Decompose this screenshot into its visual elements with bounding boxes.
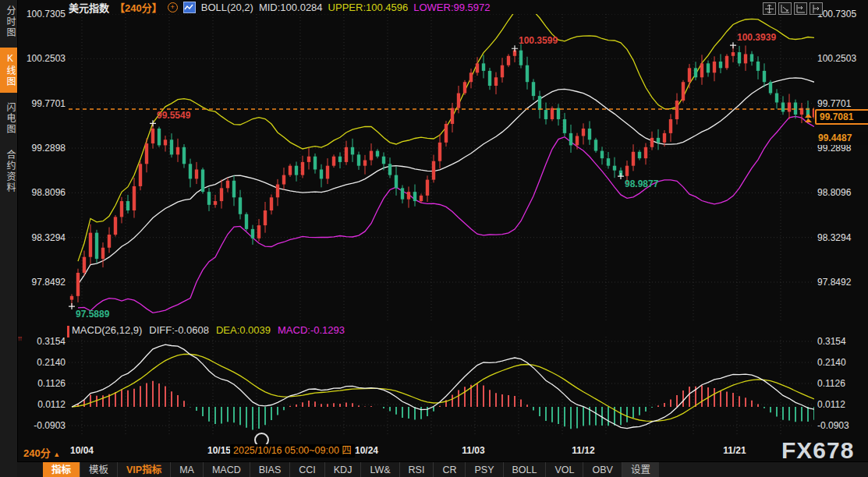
toolbar-item-2[interactable]: VIP指标 [117, 462, 170, 477]
price-chart-svg[interactable] [69, 14, 814, 321]
extreme-label-3: 98.9877 [625, 178, 658, 189]
macd-title: MACD(26,12,9) [72, 324, 142, 336]
price-tick-right-4: 98.8096 [817, 187, 851, 198]
macd-macd-value: MACD:-0.1293 [278, 324, 345, 336]
toolbar-item-1[interactable]: 模板 [80, 462, 117, 477]
boll-mid-value: MID:100.0284 [259, 2, 323, 13]
price-tick-right-1: 100.2503 [817, 53, 856, 64]
toolbar-item-3[interactable]: MA [170, 462, 203, 477]
time-axis-row[interactable]: 240分 ▲ 10/0410/1510/2411/0311/1211/21 [0, 440, 868, 461]
chart-header: 美元指数 【240分】 + BOLL(20,2) MID:100.0284 UP… [69, 2, 491, 13]
extreme-label-4: 100.3939 [737, 32, 776, 43]
toolbar-item-5[interactable]: BIAS [250, 462, 290, 477]
macd-tick-right-4: -0.0903 [817, 420, 849, 431]
macd-tick-right-3: 0.0112 [817, 399, 845, 410]
sidebar-item-2[interactable]: K线图 [0, 48, 17, 93]
macd-tick-right-0: 0.3154 [817, 336, 846, 347]
fx678-watermark: FX678 [781, 437, 854, 464]
kline-chart-icon [183, 2, 196, 13]
price-tick-right-5: 98.3294 [817, 232, 851, 243]
period-up-icon: ▲ [53, 450, 60, 458]
goto-latest-icon[interactable] [810, 2, 823, 15]
toolbar-item-8[interactable]: LW& [360, 462, 399, 477]
sidebar-item-3[interactable]: 闪电图 [0, 97, 17, 140]
symbol-title: 美元指数 [69, 0, 109, 15]
period-label: 【240分】 [115, 0, 162, 15]
macd-tick-left-0: 0.3154 [19, 336, 66, 347]
macd-tick-left-1: 0.2140 [19, 357, 66, 368]
macd-tick-left-3: 0.0112 [19, 399, 66, 410]
price-tick-left-1: 100.2503 [19, 53, 66, 64]
toolbar-item-0[interactable]: 指标 [43, 462, 80, 477]
toolbar-item-12[interactable]: BOLL [503, 462, 546, 477]
sidebar-item-4[interactable]: 合约资料 [0, 144, 17, 199]
toolbar-item-10[interactable]: CR [433, 462, 465, 477]
price-tick-right-6: 97.8492 [817, 277, 851, 288]
toolbar-item-7[interactable]: KDJ [324, 462, 361, 477]
extreme-label-0: 97.5889 [76, 309, 109, 320]
price-tick-right-0: 100.7305 [817, 9, 856, 19]
toolbar-item-6[interactable]: CCI [289, 462, 324, 477]
price-tick-left-3: 99.2898 [19, 143, 66, 154]
toolbar-item-15[interactable]: 设置 [622, 462, 659, 477]
toolbar-item-13[interactable]: VOL [545, 462, 583, 477]
period-indicator[interactable]: 240分 ▲ [23, 445, 60, 460]
extreme-label-1: 99.5549 [157, 110, 190, 121]
zoom-axes-icon[interactable] [778, 2, 792, 15]
macd-tick-right-1: 0.2140 [817, 357, 846, 368]
macd-diff-value: DIFF:-0.0608 [149, 324, 209, 336]
price-up-arrows-icon [804, 112, 813, 126]
macd-tick-left-2: 0.1126 [19, 378, 66, 389]
chart-app-window: 分时图K线图闪电图合约资料 美元指数 【240分】 + BOLL(20,2) M… [0, 0, 868, 477]
toolbar-item-11[interactable]: PSY [465, 462, 502, 477]
add-indicator-icon[interactable]: + [168, 2, 178, 12]
boll-label: BOLL(20,2) [201, 2, 253, 13]
date-label-4: 11/12 [572, 445, 594, 456]
sidebar-item-1[interactable]: 分时图 [0, 0, 17, 44]
current-price-box: 99.7081 [815, 109, 868, 125]
price-tick-left-0: 100.7305 [19, 9, 66, 19]
left-sidebar: 分时图K线图闪电图合约资料 [0, 0, 18, 477]
boll-lower-value: LOWER:99.5972 [413, 2, 490, 13]
price-tick-left-2: 99.7701 [19, 98, 66, 109]
macd-accent-bar [67, 326, 69, 337]
macd-dea-value: DEA:0.0039 [216, 324, 271, 336]
toolbar-item-9[interactable]: RSI [399, 462, 434, 477]
price-tick-left-4: 98.8096 [19, 187, 66, 198]
crosshair-icon[interactable] [763, 2, 776, 15]
axis-pan-icon[interactable] [794, 2, 807, 15]
secondary-price-box: 99.4487 [815, 132, 868, 145]
macd-chart-svg[interactable] [69, 337, 814, 436]
chart-tool-icons [763, 2, 823, 15]
price-tick-left-5: 98.3294 [19, 232, 66, 243]
date-label-5: 11/21 [723, 445, 746, 456]
extreme-label-2: 100.3599 [519, 35, 558, 46]
macd-header: MACD(26,12,9) DIFF:-0.0608 DEA:0.0039 MA… [72, 324, 345, 336]
toolbar-item-14[interactable]: OBV [583, 462, 621, 477]
date-label-1: 10/15 [207, 445, 231, 456]
price-tick-left-6: 97.8492 [19, 277, 66, 288]
date-label-3: 11/03 [462, 445, 484, 456]
date-label-0: 10/04 [70, 445, 94, 456]
toolbar-item-4[interactable]: MACD [203, 462, 250, 477]
date-label-2: 10/24 [355, 445, 378, 456]
macd-tick-right-2: 0.1126 [817, 378, 845, 389]
boll-upper-value: UPPER:100.4596 [328, 2, 409, 13]
time-tooltip: 2025/10/16 05:00~09:00 四 [230, 444, 355, 458]
price-tick-right-2: 99.7701 [817, 98, 851, 109]
bottom-toolbar: 指标模板VIP指标MAMACDBIASCCIKDJLW&RSICRPSYBOLL… [17, 461, 868, 477]
macd-tick-left-4: -0.0903 [19, 420, 66, 431]
